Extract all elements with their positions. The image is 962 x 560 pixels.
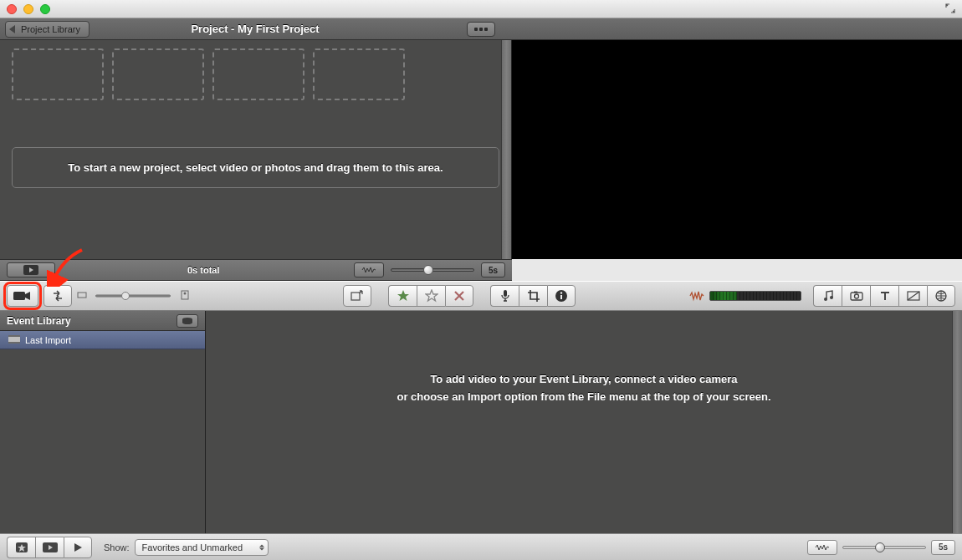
event-item-last-import[interactable]: Last Import — [0, 331, 205, 349]
thumbnail-size-slider[interactable] — [95, 292, 171, 300]
svg-point-5 — [184, 293, 187, 295]
zoom-seconds-label: 5s — [481, 262, 505, 277]
thumb-small-icon — [77, 290, 87, 302]
event-hint: To add video to your Event Library, conn… — [206, 371, 962, 406]
main-toolbar — [0, 281, 962, 311]
clip-placeholders — [0, 40, 511, 109]
project-options-button[interactable] — [467, 22, 495, 37]
traffic-lights — [7, 4, 50, 14]
event-content-area[interactable]: To add video to your Event Library, conn… — [206, 311, 962, 533]
svg-rect-6 — [351, 293, 360, 300]
event-library-title: Event Library — [7, 315, 71, 327]
select-chevron-icon — [259, 544, 264, 550]
frame-export-button[interactable] — [343, 285, 371, 307]
thumbnail-zoom-slider[interactable] — [391, 262, 474, 277]
project-header: Project Library Project - My First Proje… — [0, 18, 962, 40]
event-item-label: Last Import — [25, 335, 71, 345]
photo-browser-button[interactable] — [842, 285, 870, 307]
svg-rect-3 — [78, 293, 86, 298]
unmark-button[interactable] — [417, 285, 445, 307]
project-duration: 0s total — [187, 265, 220, 275]
show-filter-value: Favorites and Unmarked — [142, 542, 243, 552]
play-project-button[interactable] — [7, 262, 55, 277]
clip-placeholder — [313, 48, 405, 100]
svg-rect-22 — [8, 335, 20, 337]
mark-favorite-button[interactable] — [388, 285, 417, 307]
music-browser-button[interactable] — [813, 285, 842, 307]
maps-globe-button[interactable] — [927, 285, 955, 307]
upper-pane: To start a new project, select video or … — [0, 40, 962, 259]
event-hint-line2: or choose an Import option from the File… — [206, 389, 962, 406]
svg-rect-17 — [854, 292, 857, 293]
transitions-browser-button[interactable] — [898, 285, 927, 307]
event-zoom-label: 5s — [931, 540, 955, 555]
disk-toggle-button[interactable] — [177, 314, 198, 328]
voiceover-button[interactable] — [490, 285, 519, 307]
svg-rect-9 — [504, 290, 507, 297]
event-scrollbar[interactable] — [952, 311, 962, 533]
thumb-large-icon — [179, 289, 191, 303]
clip-placeholder — [12, 48, 104, 100]
audio-meter-icon — [688, 287, 706, 305]
window-titlebar — [0, 0, 962, 18]
preview-viewer — [512, 40, 962, 259]
swap-panes-button[interactable] — [43, 285, 72, 307]
project-scrollbar[interactable] — [501, 40, 511, 259]
edit-tools-group — [490, 285, 576, 307]
show-label: Show: — [104, 542, 130, 552]
clip-placeholder — [112, 48, 204, 100]
crop-button[interactable] — [519, 285, 547, 307]
svg-marker-28 — [74, 543, 82, 552]
zoom-window-button[interactable] — [40, 4, 50, 14]
svg-point-13 — [824, 298, 827, 301]
playback-group — [7, 537, 92, 558]
close-window-button[interactable] — [7, 4, 17, 14]
project-library-back-button[interactable]: Project Library — [5, 21, 90, 38]
clip-placeholder — [212, 48, 304, 100]
event-item-icon — [8, 335, 20, 345]
project-hint: To start a new project, select video or … — [12, 147, 499, 188]
import-camera-button[interactable] — [7, 285, 38, 307]
event-library-header: Event Library — [0, 311, 205, 331]
play-fullscreen-button[interactable] — [35, 537, 64, 558]
svg-marker-7 — [397, 290, 409, 301]
lower-pane: Event Library Last Import To add video t… — [0, 311, 962, 533]
svg-rect-23 — [8, 342, 20, 344]
svg-rect-11 — [560, 295, 562, 299]
project-status-bar: 0s total 5s — [0, 259, 512, 281]
back-button-label: Project Library — [21, 24, 80, 34]
audio-meter-bar — [709, 291, 801, 301]
show-filter-select[interactable]: Favorites and Unmarked — [135, 539, 269, 556]
project-timeline-area[interactable]: To start a new project, select video or … — [0, 40, 512, 259]
svg-point-14 — [830, 296, 833, 299]
svg-marker-8 — [426, 290, 438, 301]
fullscreen-icon[interactable] — [945, 3, 955, 15]
media-browsers-group — [813, 285, 955, 307]
event-waveform-toggle[interactable] — [807, 540, 837, 555]
titles-browser-button[interactable] — [870, 285, 898, 307]
reject-button[interactable] — [445, 285, 473, 307]
audio-level-meter — [688, 287, 801, 305]
bottom-bar: Show: Favorites and Unmarked 5s — [0, 533, 962, 560]
audio-waveform-toggle[interactable] — [354, 262, 384, 277]
play-button[interactable] — [64, 537, 92, 558]
event-library-panel: Event Library Last Import — [0, 311, 206, 533]
keyword-filter-button[interactable] — [7, 537, 35, 558]
inspector-button[interactable] — [547, 285, 576, 307]
event-hint-line1: To add video to your Event Library, conn… — [206, 371, 962, 389]
svg-point-16 — [854, 294, 858, 298]
svg-rect-2 — [13, 292, 25, 300]
event-zoom-slider[interactable] — [842, 540, 926, 555]
svg-point-12 — [560, 292, 562, 293]
minimize-window-button[interactable] — [23, 4, 33, 14]
marking-group — [388, 285, 473, 307]
